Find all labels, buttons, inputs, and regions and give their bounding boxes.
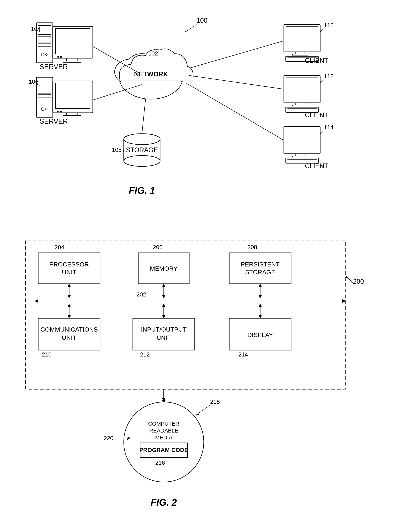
svg-point-23 xyxy=(45,108,47,110)
svg-point-14 xyxy=(57,56,59,58)
svg-marker-89 xyxy=(35,299,38,303)
ref-114: 114 xyxy=(324,124,333,130)
svg-line-1 xyxy=(185,30,185,32)
svg-line-66 xyxy=(320,79,323,83)
svg-marker-96 xyxy=(162,295,165,298)
svg-rect-25 xyxy=(56,83,90,108)
server1-label: SERVER xyxy=(39,63,68,70)
svg-line-116 xyxy=(197,405,210,415)
memory-label: MEMORY xyxy=(150,265,178,272)
processor-label-2: UNIT xyxy=(62,269,76,276)
svg-rect-24 xyxy=(53,81,93,113)
svg-marker-90 xyxy=(342,299,346,303)
fig1-diagram: 100 SERVER 104 xyxy=(15,11,386,211)
svg-point-45 xyxy=(124,156,160,166)
svg-rect-5 xyxy=(38,36,51,39)
display-label: DISPLAY xyxy=(247,331,273,338)
client3-label: CLIENT xyxy=(305,162,328,170)
comms-label-1: COMMUNICATIONS xyxy=(41,326,98,333)
fig2-diagram: 200 PROCESSOR UNIT 204 MEMORY 206 PERSIS… xyxy=(15,226,386,517)
ref-206: 206 xyxy=(153,244,162,250)
svg-rect-12 xyxy=(66,58,77,61)
program-code-label: PROGRAM CODE xyxy=(139,447,188,453)
svg-line-75 xyxy=(320,130,323,134)
io-label-1: INPUT/OUTPUT xyxy=(141,326,186,333)
svg-point-29 xyxy=(60,111,62,112)
svg-rect-26 xyxy=(66,113,77,115)
ref-102: 102 xyxy=(148,50,158,57)
crm-label-2: READABLE xyxy=(149,428,178,434)
ref-204: 204 xyxy=(55,244,64,250)
svg-rect-69 xyxy=(296,154,305,156)
svg-rect-67 xyxy=(284,127,320,154)
svg-rect-13 xyxy=(63,61,81,62)
ref-212: 212 xyxy=(140,351,150,358)
ref-216: 216 xyxy=(155,459,165,466)
svg-rect-51 xyxy=(296,52,305,54)
crm-label-3: MEDIA xyxy=(155,435,172,441)
svg-marker-98 xyxy=(258,284,262,287)
storage-label: STORAGE xyxy=(126,146,158,154)
svg-rect-52 xyxy=(293,54,308,55)
svg-rect-10 xyxy=(53,26,93,58)
server2-label: SERVER xyxy=(39,118,68,125)
svg-rect-19 xyxy=(38,91,51,94)
svg-marker-101 xyxy=(67,304,71,307)
persistent-label-2: STORAGE xyxy=(245,269,275,276)
svg-rect-50 xyxy=(286,26,318,48)
svg-rect-60 xyxy=(296,103,305,105)
svg-point-114 xyxy=(124,402,204,482)
page: 100 SERVER 104 xyxy=(0,0,401,532)
svg-rect-20 xyxy=(38,95,51,97)
processor-label-1: PROCESSOR xyxy=(49,261,89,268)
network-label: NETWORK xyxy=(134,70,168,78)
fig1-title: FIG. 1 xyxy=(129,185,155,196)
svg-line-79 xyxy=(189,41,283,68)
svg-point-9 xyxy=(45,54,47,56)
ref-220: 220 xyxy=(104,435,113,441)
svg-rect-7 xyxy=(38,44,51,46)
svg-marker-92 xyxy=(67,284,71,287)
client2-label: CLIENT xyxy=(305,111,328,119)
svg-line-81 xyxy=(185,83,283,140)
svg-rect-59 xyxy=(286,77,318,99)
ref-104: 104 xyxy=(31,26,41,32)
svg-marker-107 xyxy=(258,304,262,307)
ref-110: 110 xyxy=(324,22,333,29)
svg-rect-70 xyxy=(293,156,308,157)
svg-point-28 xyxy=(57,111,59,112)
ref-108: 108 xyxy=(112,147,121,153)
client1-label: CLIENT xyxy=(305,57,328,64)
svg-marker-102 xyxy=(67,315,71,318)
svg-rect-18 xyxy=(38,80,51,89)
svg-line-57 xyxy=(320,29,323,32)
svg-rect-87 xyxy=(229,253,291,284)
ref-208: 208 xyxy=(248,244,257,250)
svg-rect-21 xyxy=(38,98,51,101)
ref-210: 210 xyxy=(42,351,51,358)
svg-marker-105 xyxy=(162,315,165,318)
ref-112: 112 xyxy=(324,73,333,79)
svg-rect-85 xyxy=(38,253,100,284)
svg-marker-95 xyxy=(162,284,165,287)
ref-200: 200 xyxy=(353,278,364,285)
crm-label-1: COMPUTER xyxy=(148,421,179,427)
svg-point-22 xyxy=(41,108,44,111)
svg-marker-93 xyxy=(67,295,71,298)
fig2-title: FIG. 2 xyxy=(151,497,177,508)
ref-202: 202 xyxy=(136,291,146,298)
svg-line-83 xyxy=(347,276,353,283)
persistent-label-1: PERSISTENT xyxy=(241,261,280,268)
svg-marker-99 xyxy=(258,295,262,298)
svg-rect-61 xyxy=(293,105,308,106)
svg-rect-68 xyxy=(286,128,318,150)
svg-point-15 xyxy=(60,56,62,58)
svg-line-80 xyxy=(189,76,283,89)
svg-line-78 xyxy=(142,99,146,134)
svg-point-46 xyxy=(124,134,160,145)
svg-marker-108 xyxy=(258,315,262,318)
svg-rect-58 xyxy=(284,76,320,103)
io-label-2: UNIT xyxy=(156,334,171,341)
svg-line-2 xyxy=(185,30,187,32)
svg-rect-11 xyxy=(56,29,90,54)
